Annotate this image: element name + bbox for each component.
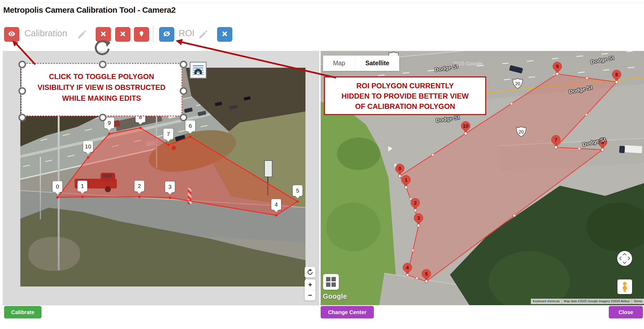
annotation-image-tool[interactable] <box>190 62 207 79</box>
eye-slash-icon <box>163 31 170 38</box>
camera-visibility-note[interactable]: CLICK TO TOGGLE POLYGON VISIBILITY IF VI… <box>21 63 182 116</box>
map-watermark: 2025 Google <box>453 61 482 67</box>
pegman-icon <box>619 281 631 293</box>
top-divider <box>0 3 644 3</box>
calibration-vertex-1[interactable] <box>81 196 84 198</box>
note-resize-handle-e[interactable] <box>180 87 187 95</box>
grid-icon <box>326 277 336 287</box>
svg-text:0: 0 <box>398 166 401 171</box>
rotate-arrow-icon <box>93 40 111 57</box>
svg-text:20: 20 <box>519 129 524 134</box>
note-text: VISIBILITY IF VIEW IS OBSTRUCTED <box>21 82 182 93</box>
map-vertex-5[interactable] <box>425 280 428 283</box>
route-20-shield: 20 <box>512 78 524 90</box>
page-title: Metropolis Camera Calibration Tool - Cam… <box>3 5 176 15</box>
map-vertex-4[interactable] <box>406 274 409 277</box>
svg-text:3: 3 <box>417 215 420 221</box>
map-vertex-0[interactable] <box>398 175 401 178</box>
svg-text:10: 10 <box>463 123 468 129</box>
tab-satellite[interactable]: Satellite <box>355 56 399 71</box>
map-vertex-1[interactable] <box>405 186 408 189</box>
note-text: HIDDEN TO PROVIDE BETTER VIEW <box>325 91 485 101</box>
map-edge-midpoint[interactable] <box>513 214 516 217</box>
map-data-attribution: Map data ©2025 Google Imagery ©2025 Airb… <box>562 299 632 304</box>
pan-arrows-icon <box>617 251 632 266</box>
x-icon <box>101 31 106 38</box>
map-type-control: Map Satellite <box>323 56 399 71</box>
delete-calibration-polygon-button[interactable] <box>115 27 130 42</box>
calibration-vertex-6[interactable] <box>189 136 192 138</box>
calibration-vertex-10[interactable] <box>87 156 89 159</box>
keyboard-shortcuts-link[interactable]: Keyboard shortcuts <box>531 299 562 304</box>
map-edge-midpoint[interactable] <box>416 277 418 280</box>
route-20-shield: 20 <box>515 126 527 138</box>
svg-text:20: 20 <box>515 81 520 86</box>
eye-icon <box>8 31 15 37</box>
calibration-vertex-5[interactable] <box>297 200 299 203</box>
map-vertex-10[interactable] <box>464 132 467 135</box>
calibration-polygon[interactable] <box>57 128 298 215</box>
calibration-vertex-2[interactable] <box>138 196 141 198</box>
calibration-vertex-8[interactable] <box>139 127 142 129</box>
map-vertex-6[interactable] <box>601 148 604 151</box>
app-window: Metropolis Camera Calibration Tool - Cam… <box>0 0 644 329</box>
calibration-vertex-3[interactable] <box>169 197 171 199</box>
change-center-button[interactable]: Change Center <box>321 306 374 318</box>
svg-text:8: 8 <box>615 72 618 77</box>
delete-roi-polygon-button[interactable] <box>217 27 232 42</box>
map-edge-midpoint[interactable] <box>586 77 588 79</box>
svg-text:4: 4 <box>406 265 409 271</box>
map-point-pin-9[interactable]: 9 <box>553 62 562 74</box>
map-pan-button[interactable] <box>617 251 632 266</box>
calibrate-button[interactable]: Calibrate <box>4 306 41 318</box>
street-view-pegman-button[interactable] <box>617 279 632 294</box>
note-resize-handle-w[interactable] <box>18 87 26 95</box>
image-rotate-button[interactable] <box>305 267 315 278</box>
toggle-roi-polygon-visibility-button[interactable] <box>159 27 174 42</box>
svg-text:1: 1 <box>405 177 408 183</box>
map-edge-midpoint[interactable] <box>432 154 434 156</box>
calibration-vertex-9[interactable] <box>108 133 111 135</box>
note-resize-handle-ne[interactable] <box>180 61 187 68</box>
note-resize-handle-s[interactable] <box>99 114 107 121</box>
close-button[interactable]: Close <box>609 306 643 318</box>
note-resize-handle-n[interactable] <box>99 61 107 68</box>
note-text: ROI POLYGON CURRENTLY <box>325 81 485 91</box>
map-pin-icon <box>139 31 144 38</box>
google-logo[interactable]: Google <box>323 292 347 300</box>
x-icon <box>120 31 125 38</box>
map-edge-midpoint[interactable] <box>585 113 588 116</box>
terms-link[interactable]: Terms <box>632 299 644 304</box>
map-edge-midpoint[interactable] <box>412 249 414 252</box>
map-vertex-8[interactable] <box>615 81 618 84</box>
add-calibration-marker-button[interactable] <box>134 27 149 42</box>
calibration-vertex-7[interactable] <box>167 144 170 146</box>
note-rotate-handle[interactable] <box>93 40 111 57</box>
map-vertex-2[interactable] <box>414 209 417 212</box>
zoom-in-button[interactable]: + <box>305 279 315 290</box>
edit-roi-pencil-icon[interactable] <box>198 30 208 40</box>
zoom-out-button[interactable]: − <box>305 290 315 301</box>
map-vertex-3[interactable] <box>417 224 420 227</box>
map-edge-midpoint[interactable] <box>510 102 513 105</box>
map-vertex-9[interactable] <box>556 73 559 76</box>
svg-text:5: 5 <box>425 271 428 277</box>
svg-text:9: 9 <box>556 64 559 69</box>
calibration-section-label: Calibration <box>24 28 67 38</box>
tab-map[interactable]: Map <box>323 56 355 71</box>
map-edge-midpoint[interactable] <box>409 198 412 200</box>
calibration-vertex-4[interactable] <box>275 214 278 217</box>
note-resize-handle-nw[interactable] <box>18 61 26 68</box>
svg-text:2: 2 <box>414 200 417 206</box>
map-vertex-7[interactable] <box>555 146 558 149</box>
map-tiles-button[interactable] <box>323 274 339 290</box>
map-edge-midpoint[interactable] <box>578 147 581 150</box>
roi-hidden-note[interactable]: ROI POLYGON CURRENTLY HIDDEN TO PROVIDE … <box>324 76 486 115</box>
note-resize-handle-sw[interactable] <box>18 114 26 121</box>
note-text: OF CALIBRATION POLYGON <box>325 101 485 112</box>
map-point-pin-8[interactable]: 8 <box>612 70 621 82</box>
edit-calibration-pencil-icon[interactable] <box>76 30 87 40</box>
toggle-calibration-polygon-visibility-button[interactable] <box>4 27 19 42</box>
note-resize-handle-se[interactable] <box>180 114 187 121</box>
calibration-vertex-0[interactable] <box>56 196 59 199</box>
